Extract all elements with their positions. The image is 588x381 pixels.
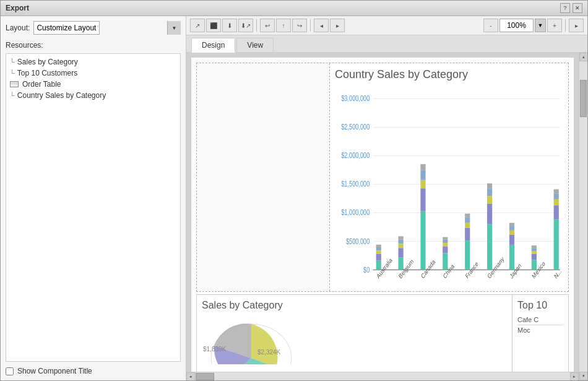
right-panel: ↗ ⬛ ⬇ ⬇↗ ↩ ↑ ↪ ◂ ▸ - ▼ + ▸ xyxy=(186,16,587,380)
svg-text:$2,500,000: $2,500,000 xyxy=(341,123,370,131)
zoom-arrow[interactable]: ▼ xyxy=(535,19,546,32)
tree-icon-4: └ xyxy=(10,92,15,99)
svg-rect-38 xyxy=(465,214,470,217)
list-item[interactable]: └ Sales by Category xyxy=(7,56,179,68)
svg-rect-40 xyxy=(487,204,492,224)
svg-rect-21 xyxy=(399,244,404,248)
tab-view[interactable]: View xyxy=(236,38,274,52)
forward-btn[interactable]: ↪ xyxy=(292,19,307,32)
redo-btn[interactable]: ↑ xyxy=(276,19,291,32)
scroll-v-thumb[interactable] xyxy=(580,80,587,117)
svg-text:$1,500,000: $1,500,000 xyxy=(341,180,370,188)
svg-rect-43 xyxy=(487,183,492,188)
scroll-h-thumb[interactable] xyxy=(196,373,214,380)
resource-name-1: Sales by Category xyxy=(17,58,78,66)
resource-name-3: Order Table xyxy=(22,80,61,89)
svg-rect-23 xyxy=(399,236,404,239)
tab-design[interactable]: Design xyxy=(191,38,235,53)
svg-rect-57 xyxy=(554,193,559,199)
zoom-out-btn[interactable]: - xyxy=(483,19,498,32)
svg-rect-27 xyxy=(420,170,425,180)
image-btn[interactable]: ⬛ xyxy=(206,19,221,32)
close-button[interactable]: ✕ xyxy=(573,3,582,13)
zoom-in-btn[interactable]: + xyxy=(547,19,562,32)
zoom-control: - ▼ + xyxy=(483,19,562,32)
main-content: Layout: Customize Layout ▼ Resources: └ … xyxy=(1,16,587,380)
pie-chart-svg xyxy=(202,315,301,364)
help-button[interactable]: ? xyxy=(560,3,570,13)
layout-select[interactable]: Customize Layout xyxy=(33,21,100,35)
dashboard-row-1: Country Sales by Category $3,000,000 $2,… xyxy=(196,63,569,292)
svg-rect-45 xyxy=(509,235,514,245)
svg-rect-37 xyxy=(465,217,470,222)
scroll-left-arrow[interactable]: ◂ xyxy=(186,372,195,380)
chart-title: Country Sales by Category xyxy=(335,68,563,81)
svg-rect-16 xyxy=(376,250,381,253)
svg-rect-18 xyxy=(376,245,381,247)
svg-rect-17 xyxy=(376,247,381,250)
svg-text:$2,000,000: $2,000,000 xyxy=(341,151,370,160)
svg-text:$1,000,000: $1,000,000 xyxy=(341,208,370,217)
top10-item-1: Cafe C xyxy=(517,315,563,325)
svg-text:$0: $0 xyxy=(363,265,370,274)
toolbar: ↗ ⬛ ⬇ ⬇↗ ↩ ↑ ↪ ◂ ▸ - ▼ + ▸ xyxy=(186,16,587,35)
svg-rect-51 xyxy=(532,252,537,254)
resources-label: Resources: xyxy=(6,41,181,50)
download-btn[interactable]: ⬇ xyxy=(222,19,237,32)
export-window: Export ? ✕ Layout: Customize Layout ▼ Re… xyxy=(0,0,588,381)
list-item[interactable]: └ Top 10 Customers xyxy=(7,68,179,79)
svg-rect-58 xyxy=(554,190,559,194)
scroll-right-arrow[interactable]: ▸ xyxy=(570,372,579,380)
up-btn[interactable]: ▸ xyxy=(330,19,345,32)
export-icon-btn[interactable]: ↗ xyxy=(190,19,205,32)
svg-rect-20 xyxy=(399,248,404,257)
show-component-label: Show Component Title xyxy=(17,367,92,375)
svg-rect-33 xyxy=(443,237,447,240)
svg-rect-56 xyxy=(554,199,559,205)
scroll-up-arrow[interactable]: ▴ xyxy=(579,53,587,61)
chart-area: Country Sales by Category $3,000,000 $2,… xyxy=(330,63,568,291)
svg-rect-35 xyxy=(465,228,470,240)
list-item[interactable]: └ Country Sales by Category xyxy=(7,90,179,101)
scroll-down-arrow[interactable]: ▾ xyxy=(579,372,587,380)
window-title: Export xyxy=(6,4,29,12)
left-btn[interactable]: ◂ xyxy=(314,19,329,32)
pie-val-1: $1,839K xyxy=(203,346,226,353)
svg-rect-30 xyxy=(443,247,447,253)
select-arrow-icon: ▼ xyxy=(167,21,181,35)
scroll-v-spacer xyxy=(579,118,587,372)
scrollbar-vertical[interactable]: ▴ ▾ xyxy=(579,53,587,380)
list-item[interactable]: Order Table xyxy=(7,79,179,90)
svg-rect-42 xyxy=(487,188,492,196)
scrollbar-horizontal[interactable]: ◂ ▸ xyxy=(186,372,579,380)
sep1 xyxy=(256,19,257,32)
canvas-with-scroll: Country Sales by Category $3,000,000 $2,… xyxy=(186,53,579,380)
zoom-input[interactable] xyxy=(499,19,534,32)
show-component-row: Show Component Title xyxy=(6,362,181,375)
canvas-area[interactable]: Country Sales by Category $3,000,000 $2,… xyxy=(186,53,579,372)
svg-text:$3,000,000: $3,000,000 xyxy=(341,94,370,103)
svg-rect-36 xyxy=(465,223,470,228)
export-alt-btn[interactable]: ⬇↗ xyxy=(238,19,253,32)
svg-rect-31 xyxy=(443,243,447,246)
svg-rect-28 xyxy=(420,164,425,170)
left-placeholder xyxy=(197,63,330,291)
layout-select-wrapper: Customize Layout ▼ xyxy=(33,21,181,35)
table-icon xyxy=(10,81,19,87)
svg-rect-25 xyxy=(420,188,425,211)
svg-rect-50 xyxy=(532,254,537,260)
tree-icon-2: └ xyxy=(10,70,15,77)
svg-rect-39 xyxy=(487,224,492,269)
show-component-checkbox[interactable] xyxy=(6,367,14,375)
canvas-content: Country Sales by Category $3,000,000 $2,… xyxy=(191,58,574,372)
svg-text:$500,000: $500,000 xyxy=(346,237,370,245)
extra-btn[interactable]: ▸ xyxy=(569,19,584,32)
svg-rect-44 xyxy=(509,245,514,270)
undo-btn[interactable]: ↩ xyxy=(260,19,275,32)
right-inner: Country Sales by Category $3,000,000 $2,… xyxy=(186,53,587,380)
svg-rect-22 xyxy=(399,240,404,244)
resources-list: └ Sales by Category └ Top 10 Customers O… xyxy=(6,53,181,362)
left-panel: Layout: Customize Layout ▼ Resources: └ … xyxy=(1,16,186,380)
sep3 xyxy=(565,19,566,32)
sep2 xyxy=(310,19,311,32)
